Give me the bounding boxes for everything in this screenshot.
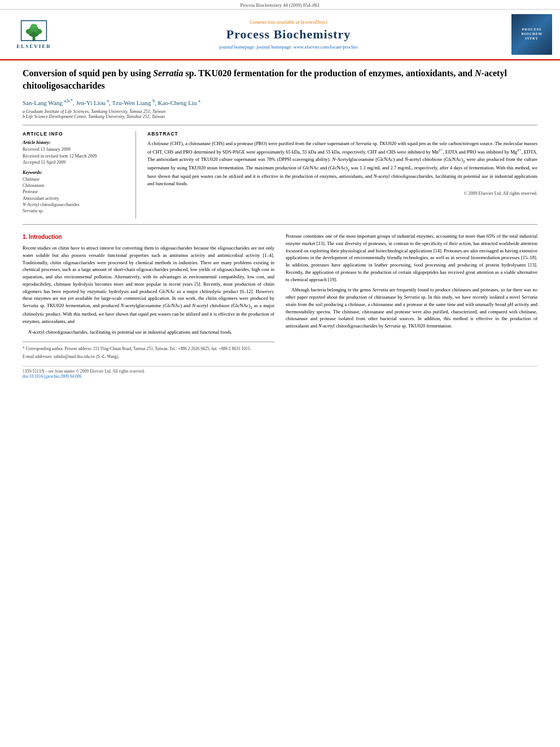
homepage-url[interactable]: journal homepage: www.elsevier.com/locat… <box>256 44 357 50</box>
keyword-4: Antioxidant activity <box>23 195 124 202</box>
abstract-heading: ABSTRACT <box>147 131 537 137</box>
article-meta-section: ARTICLE INFO Article history: Received 1… <box>23 125 537 225</box>
introduction-title: 1. Introduction <box>23 233 274 241</box>
abstract-section: ABSTRACT A chitinase (CHT), a chitosanas… <box>147 131 537 219</box>
affiliations: a Graduate Institute of Life Sciences, T… <box>23 109 537 119</box>
elsevier-logo: ELSEVIER <box>6 18 62 51</box>
footnote-area: * Corresponding author. Present address:… <box>23 342 274 360</box>
article-title: Conversion of squid pen by using Serrati… <box>23 67 537 93</box>
footer-issn: 1359-5113/$ – see front matter © 2009 El… <box>23 369 145 379</box>
sciencedirect-link: Contents lists available at ScienceDirec… <box>250 19 327 25</box>
contents-text: Contents lists available at <box>250 19 301 25</box>
footnote-email: E-mail addresses: sahulo@mail.tku.edu.tw… <box>23 353 274 360</box>
homepage-prefix: journal homepage: <box>220 44 257 50</box>
journal-title: Process Biochemistry <box>226 27 351 42</box>
page-footer: 1359-5113/$ – see front matter © 2009 El… <box>23 366 537 379</box>
authors: San-Lang Wang a,b,*, Jen-Yi Liou a, Tzu-… <box>23 98 537 106</box>
sciencedirect-name[interactable]: ScienceDirect <box>301 19 327 25</box>
intro-para-2: N-acetyl chitooligosaccharides, facilita… <box>23 329 274 336</box>
article-history: Article history: Received 13 January 200… <box>23 140 124 165</box>
keywords-group: Keywords: Chitinase Chitosanase Protease… <box>23 170 124 214</box>
content-area: Conversion of squid pen by using Serrati… <box>0 60 560 385</box>
affiliation-b: b Life Science Development Center, Tamka… <box>23 114 537 119</box>
badge-line2: BIOCHEM <box>522 32 542 37</box>
article-info: ARTICLE INFO Article history: Received 1… <box>23 131 124 219</box>
header-section: ELSEVIER Contents lists available at Sci… <box>0 10 560 60</box>
keyword-3: Protease <box>23 189 124 195</box>
col2-para-1: Protease constitutes one of the most imp… <box>286 233 537 283</box>
elsevier-text: ELSEVIER <box>16 43 51 49</box>
footnote-star: * Corresponding author. Present address:… <box>23 346 274 352</box>
page: Process Biochemistry 44 (2009) 854–861 E… <box>0 0 560 747</box>
keyword-1: Chitinase <box>23 176 124 182</box>
abstract-text: A chitinase (CHT), a chitosanase (CHS) a… <box>147 140 537 187</box>
header-center: Contents lists available at ScienceDirec… <box>73 14 504 55</box>
header-left: ELSEVIER <box>6 14 68 55</box>
col2-para-2: Although bacteria belonging to the genus… <box>286 286 537 330</box>
intro-para-1: Recent studies on chitin have to attract… <box>23 244 274 325</box>
keyword-2: Chitosanase <box>23 182 124 189</box>
journal-citation: Process Biochemistry 44 (2009) 854–861 <box>240 2 320 8</box>
copyright: © 2009 Elsevier Ltd. All rights reserved… <box>147 191 537 196</box>
keyword-6: Serratia sp. <box>23 208 124 214</box>
journal-badge: PROCESS BIOCHEM ISTRY <box>511 14 552 55</box>
journal-bar: Process Biochemistry 44 (2009) 854–861 <box>0 0 560 10</box>
received-revised-date: Received in revised form 12 March 2009 <box>23 153 124 159</box>
svg-point-5 <box>30 24 37 28</box>
history-label: Article history: <box>23 140 124 145</box>
body-col-1: 1. Introduction Recent studies on chitin… <box>23 233 274 361</box>
footer-doi: doi:10.1016/j.procbio.2009.04.006 <box>23 374 145 379</box>
body-col-2: Protease constitutes one of the most imp… <box>286 233 537 361</box>
badge-line1: PROCESS <box>522 28 542 32</box>
affiliation-a: a Graduate Institute of Life Sciences, T… <box>23 109 537 114</box>
body-columns: 1. Introduction Recent studies on chitin… <box>23 233 537 361</box>
elsevier-tree-icon <box>20 20 48 42</box>
header-right: PROCESS BIOCHEM ISTRY <box>509 14 554 55</box>
divider <box>135 131 136 219</box>
keywords-label: Keywords: <box>23 170 124 175</box>
badge-line3: ISTRY <box>522 37 542 41</box>
accepted-date: Accepted 11 April 2009 <box>23 159 124 165</box>
keyword-5: N-Acetyl chitooligosaccharides <box>23 202 124 208</box>
badge-label: PROCESS BIOCHEM ISTRY <box>522 28 542 41</box>
footer-issn-text: 1359-5113/$ – see front matter © 2009 El… <box>23 369 145 374</box>
article-info-heading: ARTICLE INFO <box>23 131 124 137</box>
received-date: Received 13 January 2009 <box>23 146 124 152</box>
journal-homepage: journal homepage: journal homepage: www.… <box>220 44 358 50</box>
